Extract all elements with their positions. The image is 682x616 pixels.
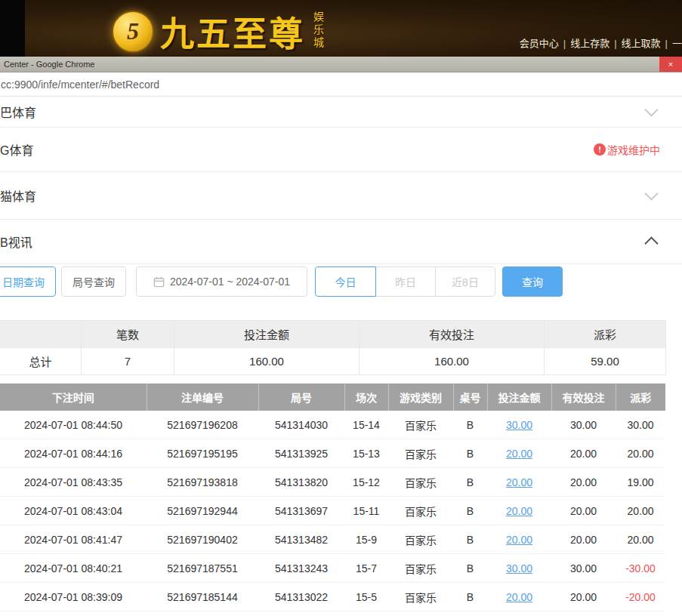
accordion-label: B视讯 — [0, 233, 32, 251]
accordion-label: 巴体育 — [0, 103, 36, 121]
table-row: 2024-07-01 08:44:50521697196208541314030… — [0, 411, 665, 439]
header-game-type: 游戏类别 — [388, 383, 453, 411]
nav-deposit[interactable]: 线上存款 — [570, 38, 609, 49]
accordion-item-saba-sport[interactable]: 巴体育 — [0, 97, 682, 128]
window-title: Center - Google Chrome — [4, 60, 94, 69]
table-no-cell: B — [453, 554, 487, 583]
payout-cell: 20.00 — [616, 497, 665, 525]
bet-table-header-row: 下注时间 注单编号 局号 场次 游戏类别 桌号 投注金额 有效投注 派彩 — [0, 383, 665, 411]
order-id-cell: 521697195195 — [147, 439, 258, 468]
yesterday-button[interactable]: 昨日 — [375, 266, 436, 297]
round-id-cell: 541313925 — [258, 439, 344, 468]
summary-header-row: 笔数 投注金额 有效投注 派彩 — [0, 321, 666, 348]
bet-amount-cell: 30.00 — [487, 554, 551, 583]
table-row: 2024-07-01 08:43:04521697192944541313697… — [0, 497, 665, 525]
round-id-cell: 541313022 — [258, 583, 344, 611]
bet-amount-link[interactable]: 20.00 — [506, 448, 532, 460]
order-id-cell: 521697192944 — [147, 497, 258, 525]
bet-time-cell: 2024-07-01 08:44:16 — [0, 439, 147, 468]
search-button[interactable]: 查询 — [502, 266, 563, 297]
chevron-down-icon — [644, 103, 658, 116]
game-type-cell: 百家乐 — [388, 411, 453, 439]
summary-valid-bet: 160.00 — [360, 348, 545, 375]
payout-cell: 20.00 — [616, 439, 665, 468]
bet-amount-cell: 20.00 — [487, 468, 551, 497]
order-id-cell: 521697187551 — [147, 554, 258, 583]
date-range-picker[interactable]: 2024-07-01 ~ 2024-07-01 — [136, 266, 307, 297]
quick-range-group: 今日 昨日 近8日 — [315, 266, 495, 297]
bet-amount-link[interactable]: 30.00 — [506, 562, 532, 574]
round-id-cell: 541314030 — [258, 411, 344, 439]
accordion-item-b-live[interactable]: B视讯 — [0, 220, 682, 264]
nav-one-key[interactable]: 一键 — [672, 38, 682, 49]
game-type-cell: 百家乐 — [388, 525, 453, 554]
filter-bar: 日期查询 局号查询 2024-07-01 ~ 2024-07-01 今日 昨日 … — [0, 264, 682, 320]
bet-amount-cell: 20.00 — [487, 583, 551, 611]
nav-separator: | — [563, 38, 566, 49]
date-range-value: 2024-07-01 ~ 2024-07-01 — [170, 276, 290, 288]
bet-amount-link[interactable]: 20.00 — [506, 476, 532, 488]
close-button[interactable] — [659, 57, 682, 72]
summary-header-count: 笔数 — [82, 321, 174, 348]
summary-total-row: 总计 7 160.00 160.00 59.00 — [0, 348, 666, 375]
header-bet-amount: 投注金额 — [487, 383, 551, 411]
accordion-item-panda-sport[interactable]: 猫体育 — [0, 172, 682, 220]
accordion-item-bg-sport[interactable]: G体育 ! 游戏维护中 — [0, 128, 682, 172]
maintenance-text: 游戏维护中 — [607, 142, 660, 157]
header-session: 场次 — [344, 383, 388, 411]
chevron-down-icon — [644, 186, 658, 200]
valid-bet-cell: 20.00 — [551, 525, 616, 554]
chevron-up-icon — [644, 236, 658, 250]
header-valid-bet: 有效投注 — [551, 383, 616, 411]
table-no-cell: B — [453, 439, 487, 468]
table-no-cell: B — [453, 497, 487, 525]
today-button[interactable]: 今日 — [315, 266, 376, 297]
valid-bet-cell: 20.00 — [551, 439, 616, 468]
summary-header-bet-amount: 投注金额 — [174, 321, 360, 348]
order-id-cell: 521697193818 — [147, 468, 258, 497]
bet-amount-link[interactable]: 20.00 — [506, 534, 532, 546]
table-no-cell: B — [453, 583, 487, 611]
valid-bet-cell: 30.00 — [551, 554, 616, 583]
site-banner: 5 九五至尊 娱乐城 会员中心|线上存款|线上取款|一键 — [0, 0, 682, 57]
round-query-button[interactable]: 局号查询 — [61, 266, 126, 297]
summary-payout: 59.00 — [545, 348, 666, 375]
summary-count: 7 — [82, 348, 174, 375]
order-id-cell: 521697190402 — [147, 525, 258, 554]
nav-separator: | — [665, 38, 668, 49]
logo-sub-text: 娱乐城 — [310, 11, 326, 52]
calendar-icon — [153, 276, 165, 288]
nav-member-center[interactable]: 会员中心 — [520, 38, 559, 49]
bet-time-cell: 2024-07-01 08:39:09 — [0, 583, 147, 611]
bet-amount-link[interactable]: 20.00 — [506, 505, 532, 517]
table-no-cell: B — [453, 468, 487, 497]
exclamation-icon: ! — [594, 143, 606, 156]
bet-amount-cell: 20.00 — [487, 497, 551, 525]
date-query-button[interactable]: 日期查询 — [0, 266, 56, 297]
bet-amount-cell: 20.00 — [487, 439, 551, 468]
order-id-cell: 521697185144 — [147, 583, 258, 611]
summary-header-payout: 派彩 — [545, 321, 666, 348]
payout-cell: -30.00 — [616, 554, 665, 583]
table-row: 2024-07-01 08:44:16521697195195541313925… — [0, 439, 665, 468]
valid-bet-cell: 20.00 — [551, 583, 616, 611]
session-cell: 15-14 — [344, 411, 388, 439]
bet-amount-cell: 30.00 — [487, 411, 551, 439]
table-no-cell: B — [453, 411, 487, 439]
bet-amount-link[interactable]: 20.00 — [506, 591, 532, 603]
game-type-cell: 百家乐 — [388, 468, 453, 497]
bet-amount-link[interactable]: 30.00 — [506, 419, 532, 431]
payout-cell: 20.00 — [616, 525, 665, 554]
url-bar[interactable]: cc:9900/infe/mcenter/#/betRecord — [0, 72, 682, 97]
summary-total-label: 总计 — [0, 348, 82, 375]
bet-time-cell: 2024-07-01 08:43:04 — [0, 497, 147, 525]
nav-withdraw[interactable]: 线上取款 — [622, 38, 661, 49]
game-type-cell: 百家乐 — [388, 554, 453, 583]
last-8-days-button[interactable]: 近8日 — [435, 266, 495, 297]
bet-table-body: 2024-07-01 08:44:50521697196208541314030… — [0, 411, 665, 611]
game-type-cell: 百家乐 — [388, 583, 453, 611]
payout-cell: 30.00 — [616, 411, 665, 439]
session-cell: 15-9 — [344, 525, 388, 554]
accordion-label: 猫体育 — [0, 186, 36, 205]
header-round-id: 局号 — [258, 383, 344, 411]
